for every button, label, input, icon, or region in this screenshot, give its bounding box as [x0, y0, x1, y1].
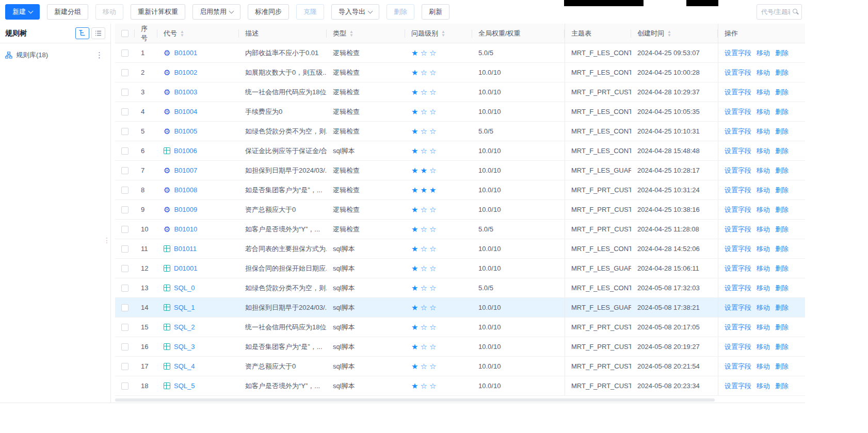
table-row[interactable]: 9⚙B01009资产总额应大于0逻辑检查★☆☆10.0/10MRT_F_PRT_…: [115, 200, 805, 220]
new-group-button[interactable]: 新建分组: [47, 4, 88, 20]
kebab-menu-icon[interactable]: ⋮: [93, 51, 105, 60]
row-checkbox[interactable]: [121, 128, 128, 135]
move-link[interactable]: 移动: [757, 166, 770, 175]
table-row[interactable]: 3⚙B01003统一社会信用代码应为18位逻辑检查★☆☆10.0/10MRT_F…: [115, 82, 805, 102]
row-checkbox[interactable]: [121, 147, 128, 155]
set-fields-link[interactable]: 设置字段: [725, 225, 751, 234]
delete-link[interactable]: 删除: [775, 146, 789, 156]
delete-link[interactable]: 删除: [775, 264, 789, 273]
list-view-button[interactable]: [91, 27, 105, 39]
table-row[interactable]: 15SQL_2统一社会信用代码应为18位sql脚本★☆☆10.0/10MRT_F…: [115, 318, 805, 337]
rule-code-link[interactable]: B01008: [174, 186, 197, 194]
table-row[interactable]: 6B01006保证金比例应等于保证金/合...sql脚本★☆☆10.0/10MR…: [115, 141, 805, 161]
delete-link[interactable]: 删除: [775, 88, 789, 97]
table-row[interactable]: 14SQL_1如担保到日期早于2024/03/...sql脚本★☆☆10.0/1…: [115, 298, 805, 318]
row-checkbox[interactable]: [121, 49, 128, 57]
delete-link[interactable]: 删除: [775, 68, 789, 77]
move-link[interactable]: 移动: [757, 88, 770, 97]
delete-link[interactable]: 删除: [775, 381, 789, 391]
set-fields-link[interactable]: 设置字段: [725, 244, 751, 254]
rule-code-link[interactable]: B01003: [174, 88, 197, 96]
move-link[interactable]: 移动: [757, 323, 770, 332]
delete-link[interactable]: 删除: [775, 244, 789, 254]
row-checkbox[interactable]: [121, 108, 128, 115]
row-checkbox[interactable]: [121, 324, 128, 331]
select-all-checkbox[interactable]: [121, 30, 128, 37]
sort-icon[interactable]: ▲▼: [180, 30, 184, 37]
set-fields-link[interactable]: 设置字段: [725, 127, 751, 136]
sort-icon[interactable]: ▲▼: [349, 30, 353, 37]
import-export-button[interactable]: 导入导出: [331, 4, 379, 20]
rule-code-link[interactable]: B01001: [174, 49, 197, 57]
move-link[interactable]: 移动: [757, 225, 770, 234]
table-row[interactable]: 5⚙B01005如绿色贷款分类不为空，则...逻辑检查★☆☆5.0/5MRT_F…: [115, 122, 805, 141]
rule-code-link[interactable]: SQL_0: [174, 284, 195, 292]
clone-button[interactable]: 克隆: [296, 4, 324, 20]
row-checkbox[interactable]: [121, 167, 128, 174]
delete-link[interactable]: 删除: [775, 186, 789, 195]
set-fields-link[interactable]: 设置字段: [725, 88, 751, 97]
move-link[interactable]: 移动: [757, 362, 770, 371]
standard-sync-button[interactable]: 标准同步: [248, 4, 289, 20]
delete-link[interactable]: 删除: [775, 284, 789, 293]
row-checkbox[interactable]: [121, 363, 128, 370]
rule-code-link[interactable]: B01009: [174, 206, 197, 213]
search-icon[interactable]: [793, 9, 797, 13]
tree-view-button[interactable]: [75, 27, 89, 39]
rule-code-link[interactable]: SQL_3: [174, 343, 195, 351]
rule-code-link[interactable]: B01010: [174, 225, 197, 233]
table-row[interactable]: 16SQL_3如是否集团客户为“是”，...sql脚本★☆☆10.0/10MRT…: [115, 337, 805, 357]
rule-code-link[interactable]: D01001: [174, 264, 198, 272]
delete-button[interactable]: 删除: [387, 4, 414, 20]
set-fields-link[interactable]: 设置字段: [725, 166, 751, 175]
delete-link[interactable]: 删除: [775, 48, 789, 58]
move-link[interactable]: 移动: [757, 284, 770, 293]
move-link[interactable]: 移动: [757, 303, 770, 312]
row-checkbox[interactable]: [121, 187, 128, 194]
delete-link[interactable]: 删除: [775, 205, 789, 214]
panel-resize-handle[interactable]: ⋮: [104, 232, 110, 248]
rule-code-link[interactable]: B01002: [174, 69, 197, 76]
set-fields-link[interactable]: 设置字段: [725, 68, 751, 77]
set-fields-link[interactable]: 设置字段: [725, 362, 751, 371]
set-fields-link[interactable]: 设置字段: [725, 284, 751, 293]
new-button[interactable]: 新建: [5, 4, 40, 20]
table-row[interactable]: 4⚙B01004手续费应为0逻辑检查★☆☆10.0/10MRT_F_LES_CO…: [115, 102, 805, 122]
move-link[interactable]: 移动: [757, 205, 770, 214]
table-row[interactable]: 10⚙B01010如客户是否境外为“Y”，...逻辑检查★☆☆5.0/5MRT_…: [115, 220, 805, 239]
row-checkbox[interactable]: [121, 206, 128, 213]
row-checkbox[interactable]: [121, 89, 128, 96]
delete-link[interactable]: 删除: [775, 362, 789, 371]
column-header-created-time[interactable]: 创建时间 ▲▼: [631, 24, 718, 43]
move-link[interactable]: 移动: [757, 186, 770, 195]
row-checkbox[interactable]: [121, 285, 128, 292]
rule-code-link[interactable]: SQL_1: [174, 304, 195, 311]
set-fields-link[interactable]: 设置字段: [725, 381, 751, 391]
move-link[interactable]: 移动: [757, 48, 770, 58]
row-checkbox[interactable]: [121, 382, 128, 390]
column-header-code[interactable]: 代号 ▲▼: [157, 24, 239, 43]
rule-code-link[interactable]: SQL_5: [174, 382, 195, 390]
set-fields-link[interactable]: 设置字段: [725, 107, 751, 116]
move-link[interactable]: 移动: [757, 107, 770, 116]
sort-icon[interactable]: ▲▼: [667, 30, 671, 37]
move-link[interactable]: 移动: [757, 127, 770, 136]
set-fields-link[interactable]: 设置字段: [725, 205, 751, 214]
set-fields-link[interactable]: 设置字段: [725, 323, 751, 332]
table-row[interactable]: 12D01001担保合同的担保开始日期应...sql脚本★☆☆10.0/10MR…: [115, 259, 805, 278]
table-row[interactable]: 1⚙B01001内部收益率不应小于0.01逻辑检查★☆☆5.0/5MRT_F_L…: [115, 43, 805, 63]
row-checkbox[interactable]: [121, 226, 128, 233]
move-link[interactable]: 移动: [757, 264, 770, 273]
recalculate-weight-button[interactable]: 重新计算权重: [131, 4, 185, 20]
move-link[interactable]: 移动: [757, 68, 770, 77]
move-link[interactable]: 移动: [757, 342, 770, 352]
column-header-level[interactable]: 问题级别 ▲▼: [405, 24, 472, 43]
column-header-type[interactable]: 类型 ▲▼: [327, 24, 405, 43]
delete-link[interactable]: 删除: [775, 127, 789, 136]
row-checkbox[interactable]: [121, 69, 128, 76]
row-checkbox[interactable]: [121, 343, 128, 351]
table-row[interactable]: 7⚙B01007如担保到日期早于2024/03/...逻辑检查★★☆10.0/1…: [115, 161, 805, 180]
table-row[interactable]: 17SQL_4资产总额应大于0sql脚本★☆☆10.0/10MRT_F_PRT_…: [115, 357, 805, 376]
move-button[interactable]: 移动: [95, 4, 123, 20]
table-row[interactable]: 13SQL_0如绿色贷款分类不为空，则...sql脚本★☆☆5.0/5MRT_F…: [115, 278, 805, 298]
